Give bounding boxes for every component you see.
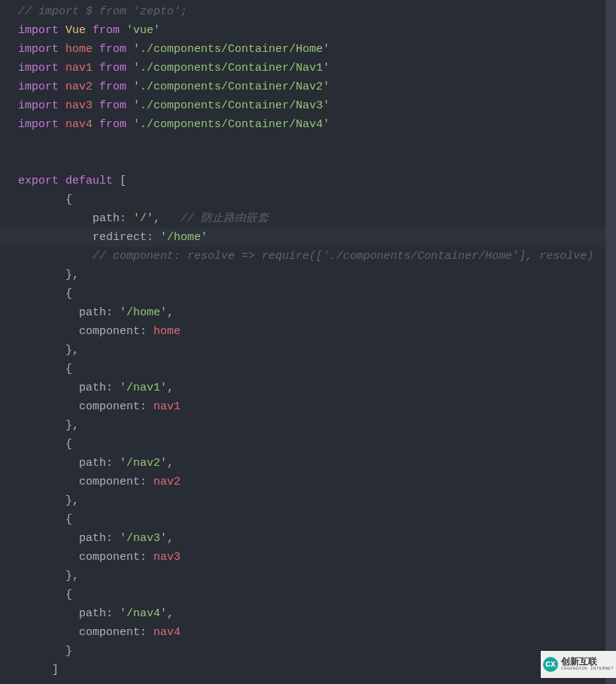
code-line: },	[18, 491, 616, 510]
code-line: component: nav3	[18, 548, 616, 567]
code-line: path: '/home',	[18, 303, 616, 322]
code-line: component: nav4	[18, 623, 616, 642]
code-line: path: '/nav1',	[18, 378, 616, 397]
code-line: import nav1 from './components/Container…	[18, 59, 616, 78]
code-line: path: '/nav3',	[18, 529, 616, 548]
code-line: component: home	[18, 322, 616, 341]
code-line: {	[18, 585, 616, 604]
code-line: import nav2 from './components/Container…	[18, 78, 616, 96]
code-editor: // import $ from 'zepto';import Vue from…	[0, 0, 616, 679]
code-line: {	[18, 510, 616, 529]
watermark-en: CHUANGXIN INTERNET	[561, 667, 614, 671]
code-line: import nav4 from './components/Container…	[18, 115, 616, 134]
code-line: {	[18, 360, 616, 378]
code-line: // component: resolve => require(['./com…	[18, 247, 616, 266]
code-line: {	[18, 284, 616, 303]
code-line: {	[18, 435, 616, 454]
code-line: },	[18, 416, 616, 435]
code-line: }	[18, 642, 616, 661]
code-line: },	[18, 341, 616, 360]
watermark: CX 创新互联 CHUANGXIN INTERNET	[541, 651, 616, 678]
code-line	[18, 153, 616, 172]
code-line: export default [	[18, 172, 616, 190]
code-line: component: nav1	[18, 397, 616, 416]
code-line: ]	[18, 661, 616, 679]
code-line: // import $ from 'zepto';	[18, 2, 616, 21]
vertical-scrollbar[interactable]	[605, 0, 616, 684]
code-line: path: '/nav4',	[18, 604, 616, 623]
code-line: },	[18, 266, 616, 284]
code-line: {	[18, 190, 616, 209]
code-line: },	[18, 567, 616, 585]
code-line: path: '/', // 防止路由嵌套	[18, 209, 616, 228]
code-line: path: '/nav2',	[18, 454, 616, 473]
code-line	[18, 134, 616, 153]
code-line: redirect: '/home'	[0, 228, 616, 247]
code-line: import Vue from 'vue'	[18, 21, 616, 40]
code-line: import home from './components/Container…	[18, 40, 616, 59]
code-line: import nav3 from './components/Container…	[18, 96, 616, 115]
code-line: component: nav2	[18, 473, 616, 491]
watermark-logo-icon: CX	[543, 657, 558, 672]
